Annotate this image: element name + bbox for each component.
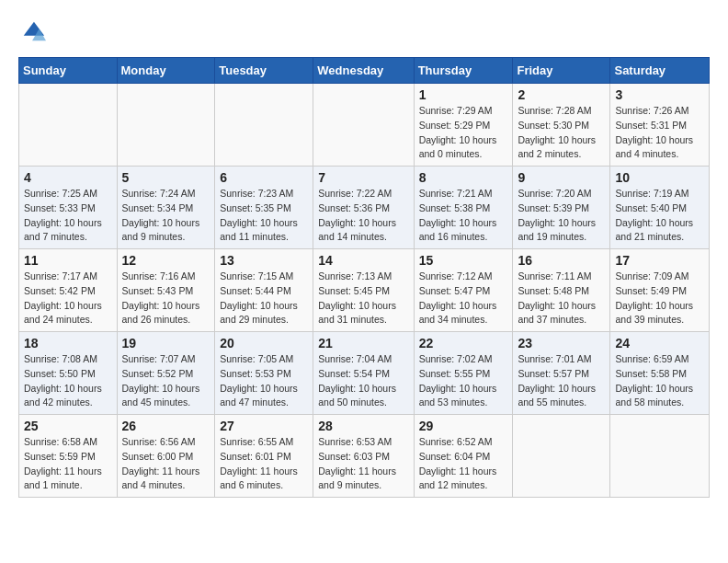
calendar-cell: 22Sunrise: 7:02 AM Sunset: 5:55 PM Dayli…: [414, 332, 513, 415]
day-info: Sunrise: 7:16 AM Sunset: 5:43 PM Dayligh…: [122, 270, 210, 327]
calendar-cell: 5Sunrise: 7:24 AM Sunset: 5:34 PM Daylig…: [117, 167, 215, 249]
day-info: Sunrise: 7:01 AM Sunset: 5:57 PM Dayligh…: [518, 352, 605, 410]
day-info: Sunrise: 7:28 AM Sunset: 5:30 PM Dayligh…: [518, 104, 605, 162]
weekday-header-sunday: Sunday: [19, 58, 118, 84]
day-info: Sunrise: 7:08 AM Sunset: 5:50 PM Dayligh…: [24, 352, 112, 410]
day-info: Sunrise: 7:15 AM Sunset: 5:44 PM Dayligh…: [220, 270, 308, 327]
calendar-cell: 11Sunrise: 7:17 AM Sunset: 5:42 PM Dayli…: [19, 249, 118, 332]
page-header: [18, 18, 710, 48]
day-info: Sunrise: 7:05 AM Sunset: 5:53 PM Dayligh…: [220, 352, 308, 410]
calendar-cell: [313, 84, 414, 167]
day-number: 10: [615, 170, 704, 185]
day-info: Sunrise: 7:24 AM Sunset: 5:34 PM Dayligh…: [122, 187, 210, 245]
day-number: 29: [419, 419, 508, 433]
day-info: Sunrise: 6:52 AM Sunset: 6:04 PM Dayligh…: [419, 435, 508, 493]
calendar-cell: 23Sunrise: 7:01 AM Sunset: 5:57 PM Dayli…: [513, 332, 610, 415]
calendar-cell: 14Sunrise: 7:13 AM Sunset: 5:45 PM Dayli…: [313, 249, 414, 332]
calendar-cell: 27Sunrise: 6:55 AM Sunset: 6:01 PM Dayli…: [215, 415, 313, 498]
day-info: Sunrise: 7:19 AM Sunset: 5:40 PM Dayligh…: [615, 187, 704, 245]
weekday-header-saturday: Saturday: [610, 58, 710, 84]
day-number: 2: [518, 87, 605, 102]
calendar-cell: 1Sunrise: 7:29 AM Sunset: 5:29 PM Daylig…: [414, 84, 513, 167]
day-info: Sunrise: 7:22 AM Sunset: 5:36 PM Dayligh…: [318, 187, 408, 245]
day-info: Sunrise: 7:23 AM Sunset: 5:35 PM Dayligh…: [220, 187, 308, 245]
calendar-cell: 2Sunrise: 7:28 AM Sunset: 5:30 PM Daylig…: [513, 84, 610, 167]
weekday-header-wednesday: Wednesday: [313, 58, 414, 84]
day-number: 23: [518, 336, 605, 350]
day-info: Sunrise: 7:13 AM Sunset: 5:45 PM Dayligh…: [318, 270, 408, 327]
calendar-cell: 7Sunrise: 7:22 AM Sunset: 5:36 PM Daylig…: [313, 167, 414, 249]
calendar-cell: 15Sunrise: 7:12 AM Sunset: 5:47 PM Dayli…: [414, 249, 513, 332]
day-info: Sunrise: 7:09 AM Sunset: 5:49 PM Dayligh…: [615, 270, 704, 327]
day-info: Sunrise: 7:21 AM Sunset: 5:38 PM Dayligh…: [419, 187, 508, 245]
day-number: 9: [518, 170, 605, 185]
calendar-cell: 17Sunrise: 7:09 AM Sunset: 5:49 PM Dayli…: [610, 249, 710, 332]
day-number: 26: [122, 419, 210, 433]
day-number: 16: [518, 253, 605, 268]
day-number: 11: [24, 253, 112, 268]
logo: [18, 18, 51, 48]
day-info: Sunrise: 6:58 AM Sunset: 5:59 PM Dayligh…: [24, 435, 112, 493]
day-number: 13: [220, 253, 308, 268]
day-info: Sunrise: 6:56 AM Sunset: 6:00 PM Dayligh…: [122, 435, 210, 493]
day-number: 4: [24, 170, 112, 185]
day-info: Sunrise: 7:26 AM Sunset: 5:31 PM Dayligh…: [615, 104, 704, 162]
weekday-header-monday: Monday: [117, 58, 215, 84]
calendar-cell: 29Sunrise: 6:52 AM Sunset: 6:04 PM Dayli…: [414, 415, 513, 498]
day-number: 3: [615, 87, 704, 102]
day-number: 28: [318, 419, 408, 433]
calendar-cell: [610, 415, 710, 498]
calendar-cell: 9Sunrise: 7:20 AM Sunset: 5:39 PM Daylig…: [513, 167, 610, 249]
day-info: Sunrise: 7:07 AM Sunset: 5:52 PM Dayligh…: [122, 352, 210, 410]
day-number: 8: [419, 170, 508, 185]
calendar-cell: 28Sunrise: 6:53 AM Sunset: 6:03 PM Dayli…: [313, 415, 414, 498]
calendar-cell: 13Sunrise: 7:15 AM Sunset: 5:44 PM Dayli…: [215, 249, 313, 332]
calendar-cell: 12Sunrise: 7:16 AM Sunset: 5:43 PM Dayli…: [117, 249, 215, 332]
day-info: Sunrise: 6:59 AM Sunset: 5:58 PM Dayligh…: [615, 352, 704, 410]
day-info: Sunrise: 7:20 AM Sunset: 5:39 PM Dayligh…: [518, 187, 605, 245]
day-number: 27: [220, 419, 308, 433]
calendar-cell: 19Sunrise: 7:07 AM Sunset: 5:52 PM Dayli…: [117, 332, 215, 415]
day-number: 17: [615, 253, 704, 268]
day-info: Sunrise: 7:04 AM Sunset: 5:54 PM Dayligh…: [318, 352, 408, 410]
calendar-cell: 24Sunrise: 6:59 AM Sunset: 5:58 PM Dayli…: [610, 332, 710, 415]
day-info: Sunrise: 6:55 AM Sunset: 6:01 PM Dayligh…: [220, 435, 308, 493]
calendar-cell: [117, 84, 215, 167]
day-number: 7: [318, 170, 408, 185]
weekday-header-thursday: Thursday: [414, 58, 513, 84]
day-number: 14: [318, 253, 408, 268]
calendar-cell: 4Sunrise: 7:25 AM Sunset: 5:33 PM Daylig…: [19, 167, 118, 249]
calendar-cell: 6Sunrise: 7:23 AM Sunset: 5:35 PM Daylig…: [215, 167, 313, 249]
day-number: 5: [122, 170, 210, 185]
calendar-cell: [513, 415, 610, 498]
day-number: 6: [220, 170, 308, 185]
day-number: 22: [419, 336, 508, 350]
day-number: 19: [122, 336, 210, 350]
day-info: Sunrise: 7:12 AM Sunset: 5:47 PM Dayligh…: [419, 270, 508, 327]
day-info: Sunrise: 7:11 AM Sunset: 5:48 PM Dayligh…: [518, 270, 605, 327]
calendar-table: SundayMondayTuesdayWednesdayThursdayFrid…: [18, 57, 710, 498]
day-info: Sunrise: 7:17 AM Sunset: 5:42 PM Dayligh…: [24, 270, 112, 327]
calendar-cell: 25Sunrise: 6:58 AM Sunset: 5:59 PM Dayli…: [19, 415, 118, 498]
day-info: Sunrise: 7:25 AM Sunset: 5:33 PM Dayligh…: [24, 187, 112, 245]
weekday-header-tuesday: Tuesday: [215, 58, 313, 84]
day-number: 20: [220, 336, 308, 350]
day-number: 25: [24, 419, 112, 433]
day-number: 21: [318, 336, 408, 350]
day-number: 15: [419, 253, 508, 268]
calendar-cell: 26Sunrise: 6:56 AM Sunset: 6:00 PM Dayli…: [117, 415, 215, 498]
day-number: 18: [24, 336, 112, 350]
calendar-cell: 10Sunrise: 7:19 AM Sunset: 5:40 PM Dayli…: [610, 167, 710, 249]
logo-icon: [20, 18, 46, 44]
day-number: 24: [615, 336, 704, 350]
calendar-cell: [19, 84, 118, 167]
day-info: Sunrise: 6:53 AM Sunset: 6:03 PM Dayligh…: [318, 435, 408, 493]
calendar-cell: 18Sunrise: 7:08 AM Sunset: 5:50 PM Dayli…: [19, 332, 118, 415]
weekday-header-friday: Friday: [513, 58, 610, 84]
calendar-cell: 16Sunrise: 7:11 AM Sunset: 5:48 PM Dayli…: [513, 249, 610, 332]
day-number: 12: [122, 253, 210, 268]
calendar-cell: 21Sunrise: 7:04 AM Sunset: 5:54 PM Dayli…: [313, 332, 414, 415]
day-info: Sunrise: 7:02 AM Sunset: 5:55 PM Dayligh…: [419, 352, 508, 410]
calendar-cell: 3Sunrise: 7:26 AM Sunset: 5:31 PM Daylig…: [610, 84, 710, 167]
day-number: 1: [419, 87, 508, 102]
